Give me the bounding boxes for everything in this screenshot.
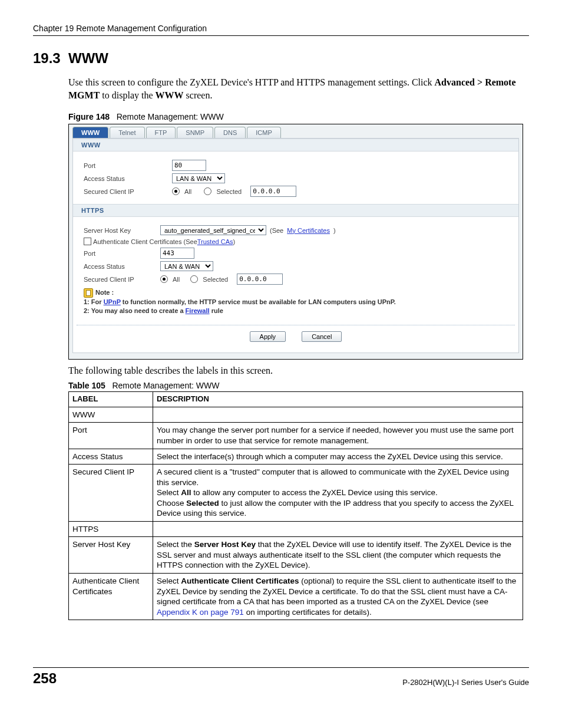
www-radio-all[interactable] <box>172 187 180 195</box>
cell-desc: You may change the server port number fo… <box>153 423 523 449</box>
note-block: Note : 1: For UPnP to function normally,… <box>84 288 508 315</box>
table-row: Server Host Key Select the Server Host K… <box>69 537 523 574</box>
trusted-cas-link[interactable]: Trusted CAs <box>197 238 233 245</box>
https-shk-label: Server Host Key <box>84 227 160 234</box>
my-certificates-link[interactable]: My Certificates <box>287 227 330 234</box>
note-line2b: rule <box>210 307 223 314</box>
auth-b: Authenticate Client Certificates <box>181 577 299 585</box>
table-row: Access Status Select the interface(s) th… <box>69 449 523 465</box>
cell-desc: Select the interface(s) through which a … <box>153 449 523 465</box>
th-label: LABEL <box>69 391 153 407</box>
secured-p2b: to allow any computer to access the ZyXE… <box>191 488 438 497</box>
guide-name: P-2802H(W)(L)-I Series User's Guide <box>402 678 529 687</box>
apply-button[interactable]: Apply <box>250 331 286 342</box>
table-row: Secured Client IP A secured client is a … <box>69 465 523 522</box>
cancel-button[interactable]: Cancel <box>302 331 342 342</box>
cell-desc <box>153 407 523 423</box>
www-port-input[interactable] <box>172 160 206 171</box>
note-title: Note : <box>95 289 114 296</box>
cell-label: WWW <box>69 407 153 423</box>
https-access-label: Access Status <box>84 263 160 270</box>
section-number: 19.3 <box>33 50 61 66</box>
cell-label: Secured Client IP <box>69 465 153 522</box>
tab-www[interactable]: WWW <box>72 127 108 138</box>
intro-text: Use this screen to configure the ZyXEL D… <box>68 77 435 87</box>
shk-a: Select the <box>157 540 194 549</box>
page-footer: 258 P-2802H(W)(L)-I Series User's Guide <box>33 667 529 687</box>
secured-p1: A secured client is a "trusted" computer… <box>157 467 509 487</box>
cell-desc: Select the Server Host Key that the ZyXE… <box>153 537 523 574</box>
secured-p3a: Choose <box>157 499 186 508</box>
cell-desc: Select Authenticate Client Certificates … <box>153 573 523 620</box>
upnp-link[interactable]: UPnP <box>104 298 121 305</box>
table-row: Authenticate Client Certificates Select … <box>69 573 523 620</box>
shk-b: Server Host Key <box>194 540 256 549</box>
tab-snmp[interactable]: SNMP <box>177 127 213 138</box>
cell-desc <box>153 521 523 537</box>
note-line1a: 1: For <box>84 298 104 305</box>
www-secip-input[interactable] <box>250 186 296 197</box>
tab-ftp[interactable]: FTP <box>146 127 176 138</box>
auth-a: Select <box>157 577 181 585</box>
table-row: HTTPS <box>69 521 523 537</box>
tab-dns[interactable]: DNS <box>214 127 246 138</box>
https-port-label: Port <box>84 250 160 257</box>
section-title-text: WWW <box>68 50 108 66</box>
table-caption: Table 105 Remote Management: WWW <box>68 381 529 390</box>
page-number: 258 <box>33 670 57 687</box>
th-description: DESCRIPTION <box>153 391 523 407</box>
www-radio-selected-label: Selected <box>216 188 242 195</box>
running-header: Chapter 19 Remote Management Configurati… <box>33 24 529 36</box>
https-radio-selected[interactable] <box>190 275 198 283</box>
https-port-input[interactable] <box>160 248 194 259</box>
note-line1b: to function normally, the HTTP service m… <box>121 298 396 305</box>
https-shk-select[interactable]: auto_generated_self_signed_cert <box>160 225 266 235</box>
www-secip-label: Secured Client IP <box>84 188 172 195</box>
https-access-select[interactable]: LAN & WAN <box>160 261 213 271</box>
www-access-select[interactable]: LAN & WAN <box>172 173 225 183</box>
config-panel: WWW Port Access Status LAN & WAN Secured… <box>72 138 519 353</box>
cell-label: Authenticate Client Certificates <box>69 573 153 620</box>
intro-text-3: screen. <box>184 90 213 100</box>
https-secip-label: Secured Client IP <box>84 276 160 283</box>
secured-p2a: Select <box>157 488 181 497</box>
cell-label: Port <box>69 423 153 449</box>
table-number: Table 105 <box>68 381 105 390</box>
tab-bar: WWW Telnet FTP SNMP DNS ICMP <box>69 124 523 138</box>
auth-client-label: Authenticate Client Certificates (See <box>93 238 197 245</box>
table-row: Port You may change the server port numb… <box>69 423 523 449</box>
cell-label: Server Host Key <box>69 537 153 574</box>
www-port-label: Port <box>84 162 172 169</box>
cell-label: HTTPS <box>69 521 153 537</box>
see-text-open: (See <box>270 227 283 234</box>
www-section-head: WWW <box>73 139 518 151</box>
secured-sel: Selected <box>186 499 219 508</box>
www-radio-selected[interactable] <box>204 187 211 195</box>
note-icon <box>84 288 93 298</box>
tab-icmp[interactable]: ICMP <box>247 127 281 138</box>
tab-telnet[interactable]: Telnet <box>110 127 144 138</box>
https-section-head: HTTPS <box>73 204 518 217</box>
firewall-link[interactable]: Firewall <box>186 307 210 314</box>
see-text-close: ) <box>333 227 336 234</box>
intro-paragraph: Use this screen to configure the ZyXEL D… <box>68 76 523 101</box>
cell-desc: A secured client is a "trusted" computer… <box>153 465 523 522</box>
button-row: Apply Cancel <box>77 325 515 349</box>
auth-d: on importing certificates for details). <box>244 608 372 617</box>
figure-title: Remote Management: WWW <box>117 112 224 121</box>
secured-all: All <box>181 488 191 497</box>
www-radio-all-label: All <box>184 188 191 195</box>
appendix-link[interactable]: Appendix K on page 791 <box>157 608 244 617</box>
https-radio-all-label: All <box>173 276 180 283</box>
cell-label: Access Status <box>69 449 153 465</box>
https-secip-input[interactable] <box>237 274 283 285</box>
https-radio-all[interactable] <box>160 275 168 283</box>
description-table: LABEL DESCRIPTION WWW Port You may chang… <box>68 391 523 620</box>
auth-client-checkbox[interactable] <box>84 238 91 245</box>
https-radio-selected-label: Selected <box>203 276 228 283</box>
auth-close: ) <box>233 238 236 245</box>
figure-caption: Figure 148 Remote Management: WWW <box>68 112 529 121</box>
table-row: WWW <box>69 407 523 423</box>
intro-text-2: to display the <box>100 90 155 100</box>
www-access-label: Access Status <box>84 175 172 182</box>
